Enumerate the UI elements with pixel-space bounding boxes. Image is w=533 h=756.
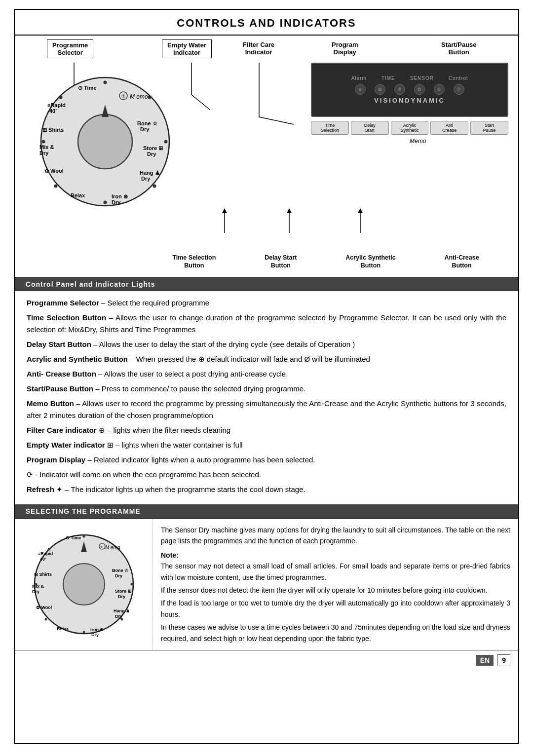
svg-text:Dry: Dry (115, 573, 122, 578)
svg-point-72 (82, 631, 85, 633)
time-selection-btn[interactable]: TimeSelection (311, 121, 349, 135)
eco-icon: ⟳ (27, 470, 33, 479)
svg-line-3 (191, 95, 210, 110)
svg-text:Dry: Dry (141, 176, 151, 182)
filter-care-para: Filter Care indicator ⊕ – lights when th… (27, 424, 506, 436)
start-pause-label: Start/PauseButton (439, 39, 479, 57)
anti-crease-term: Anti- Crease Button (27, 370, 96, 378)
svg-text:Relax: Relax (71, 192, 85, 198)
acrylic-synthetic-bottom-label: Acrylic SyntheticButton (345, 254, 395, 270)
refresh-icon: ✦ (56, 485, 65, 493)
delay-start-para: Delay Start Button – Allows the user to … (27, 339, 506, 350)
prog-selector-text: Select the required programme (107, 299, 209, 307)
acrylic-synthetic-btn[interactable]: AcrylicSynthetic (391, 121, 429, 135)
svg-point-70 (35, 583, 37, 585)
svg-point-43 (153, 185, 156, 188)
svg-text:Dry: Dry (39, 150, 49, 156)
svg-text:✿ Wool: ✿ Wool (36, 605, 52, 610)
programme-dial[interactable]: ⊙ Time ≡Rapid 40' ⊞ Shirts Mix & Dry ✿ W… (29, 65, 182, 218)
svg-text:Iron ⊛: Iron ⊛ (112, 193, 128, 199)
svg-marker-11 (222, 208, 227, 213)
svg-point-45 (148, 96, 152, 99)
svg-text:Dry: Dry (112, 199, 121, 205)
sensor-dry-intro: The Sensor Dry machine gives many option… (161, 525, 510, 547)
filter-care-label: Filter CareIndicator (241, 39, 276, 57)
page-title: CONTROLS AND INDICATORS (15, 10, 518, 36)
anti-crease-btn[interactable]: AntiCrease (430, 121, 468, 135)
svg-point-71 (44, 618, 47, 620)
program-display-label: ProgramDisplay (330, 39, 360, 57)
page-border: CONTROLS AND INDICATORS ProgrammeSelecto… (14, 9, 519, 744)
svg-point-17 (78, 114, 132, 169)
svg-point-73 (120, 618, 123, 620)
svg-marker-15 (358, 208, 363, 213)
if-text1: If the sensor does not detect the item t… (161, 585, 510, 596)
svg-point-68 (82, 535, 85, 537)
start-pause-btn[interactable]: StartPause (470, 121, 508, 135)
empty-water-term: Empty Water indicator (27, 441, 105, 449)
delay-start-term: Delay Start Button (27, 340, 91, 348)
svg-text:40': 40' (40, 557, 46, 562)
svg-text:Iron ⊛: Iron ⊛ (90, 627, 104, 632)
prog-selector-sep: – (101, 299, 108, 307)
svg-text:⊙ Time: ⊙ Time (66, 535, 81, 540)
svg-text:①: ① (121, 94, 125, 99)
time-selection-term: Time Selection Button (27, 313, 106, 322)
svg-point-75 (117, 548, 120, 550)
svg-text:Mix &: Mix & (39, 144, 54, 150)
program-display-para: Program Display – Related indicator ligh… (27, 454, 506, 466)
anti-crease-bottom-label: Anti-CreaseButton (444, 254, 479, 270)
svg-text:Hang ♟: Hang ♟ (114, 608, 130, 613)
time-selection-para: Time Selection Button – Allows the user … (27, 312, 506, 336)
svg-text:Hang ♟: Hang ♟ (140, 170, 160, 176)
control-label: Control (449, 76, 468, 81)
svg-text:Bone ☆: Bone ☆ (137, 120, 158, 126)
svg-point-69 (47, 548, 50, 550)
display-icon-5: ⊛ (434, 84, 445, 95)
svg-point-74 (130, 583, 133, 585)
sensor-label: SENSOR (410, 76, 434, 81)
display-icon-1: ⊕ (355, 84, 366, 95)
svg-text:Bone ☆: Bone ☆ (112, 568, 129, 573)
svg-text:✿ Wool: ✿ Wool (44, 168, 64, 174)
delay-start-bottom-label: Delay StartButton (265, 254, 297, 270)
svg-text:Dry: Dry (115, 614, 122, 619)
program-display-term: Program Display (27, 455, 85, 464)
footer-page: 9 (497, 654, 510, 666)
prog-selector-term: Programme Selector (27, 299, 99, 307)
section1-content: Programme Selector – Select the required… (15, 291, 518, 504)
svg-text:Dry: Dry (140, 126, 150, 132)
delay-start-btn[interactable]: DelayStart (351, 121, 389, 135)
svg-point-41 (54, 185, 58, 188)
svg-text:Store ⊞: Store ⊞ (115, 589, 132, 594)
svg-line-5 (259, 117, 294, 124)
section2-content: ⊙ Time ≡Rapid 40' ⊞ Shirts Mix & Dry ✿ W… (15, 518, 518, 650)
refresh-para: Refresh ✦ – The indicator lights up when… (27, 484, 506, 495)
acrylic-icon2: Ø (304, 355, 312, 363)
start-pause-term: Start/Pause Button (27, 384, 93, 393)
svg-point-40 (42, 140, 45, 144)
control-panel: Alarm TIME SENSOR Control ⊕ ⊠ ❄ ✿ ⊛ ⟳ VI… (311, 63, 508, 145)
empty-water-label: Empty WaterIndicator (162, 39, 212, 58)
svg-text:⊞ Shirts: ⊞ Shirts (34, 572, 52, 577)
svg-text:≡Rapid: ≡Rapid (38, 551, 53, 556)
anti-crease-para: Anti- Crease Button – Allows the user to… (27, 368, 506, 380)
diagram-area: ProgrammeSelector Empty WaterIndicator F… (15, 36, 518, 277)
note-text: The sensor may not detect a small load o… (161, 561, 510, 583)
svg-text:⊞ Shirts: ⊞ Shirts (42, 127, 64, 133)
svg-text:≡Rapid: ≡Rapid (47, 102, 66, 108)
display-icon-3: ❄ (394, 84, 405, 95)
svg-text:Dry: Dry (32, 589, 39, 594)
filter-care-icon: ⊕ (99, 426, 107, 434)
svg-point-42 (104, 201, 107, 204)
eco-note-para: ⟳ - Indicator will come on when the eco … (27, 469, 506, 481)
empty-water-para: Empty Water indicator ⊞ – lights when th… (27, 439, 506, 451)
time-label: TIME (381, 76, 395, 81)
svg-text:①: ① (100, 545, 103, 549)
section1-header: Control Panel and Indicator Lights (15, 277, 518, 291)
memo-label-panel: Memo (410, 138, 508, 145)
programme-selector-label: ProgrammeSelector (47, 39, 93, 58)
svg-point-38 (104, 81, 107, 84)
empty-water-icon: ⊞ (107, 441, 115, 449)
svg-text:Dry: Dry (91, 632, 99, 637)
